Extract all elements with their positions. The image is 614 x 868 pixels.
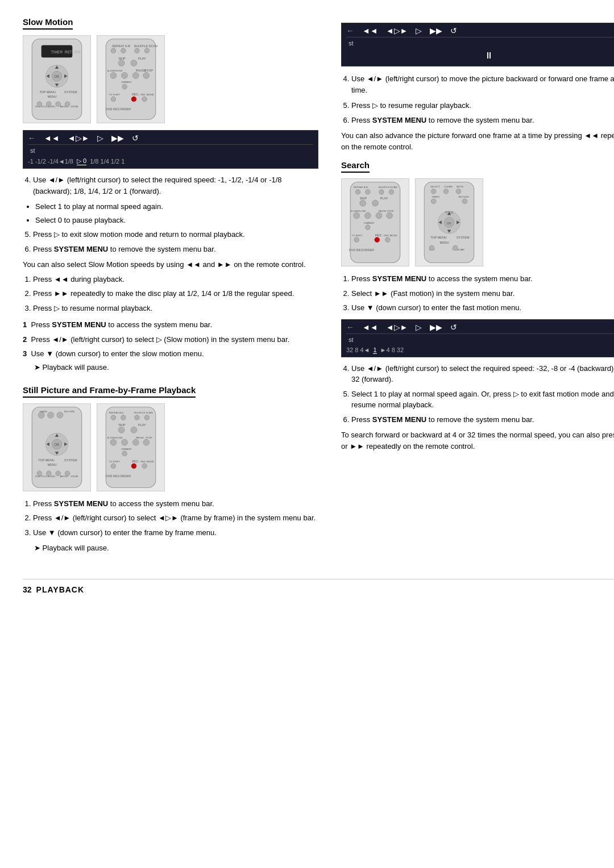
osd-still-st: st [346, 40, 614, 47]
page-body: Slow Motion TIMER RETURN OK [23, 17, 614, 868]
svg-point-131 [443, 189, 449, 194]
svg-point-87 [110, 439, 117, 445]
svg-point-81 [118, 427, 125, 433]
svg-point-36 [110, 72, 117, 78]
osd-still-play: ▷ [416, 26, 422, 35]
svg-point-96 [111, 463, 116, 468]
svg-text:DIMMER: DIMMER [122, 81, 132, 84]
svg-point-150 [429, 245, 434, 251]
svg-point-31 [131, 60, 137, 66]
svg-text:REC MODE: REC MODE [140, 93, 154, 96]
footer-label: Playback [36, 585, 85, 594]
svg-text:TV SHIFT: TV SHIFT [351, 234, 363, 237]
svg-text:PAUSE STOP: PAUSE STOP [378, 210, 394, 212]
svg-text:SLOW/SLOW: SLOW/SLOW [107, 436, 123, 439]
svg-point-27 [135, 48, 140, 53]
svg-point-114 [364, 212, 371, 219]
step-5-slow: Press ▷ to exit slow motion mode and ret… [33, 229, 318, 240]
svg-text:SKIP: SKIP [118, 57, 126, 60]
remote-image-left-2: TIMER RETURN OK TOP MENU SYSTEM [23, 403, 91, 491]
svg-text:REC MODE: REC MODE [384, 234, 397, 237]
svg-text:REC.: REC. [132, 459, 140, 462]
svg-text:SHUFFLE SCAN: SHUFFLE SCAN [134, 44, 157, 48]
right-column: ← ◄◄ ◄▷► ▷ ▶▶ ↺ st ⏸ Use ◄/► (left/right… [341, 17, 614, 567]
svg-point-113 [354, 212, 360, 219]
osd-search-fwd-speeds: ►4 8 32 [380, 347, 404, 353]
svg-point-45 [111, 97, 116, 102]
svg-point-78 [135, 415, 140, 420]
remote-image-right-2: REPEAT A-B SHUFFLE SCAN SKIP PLAY SLOW/S… [97, 403, 165, 491]
step-3-search: Use ▼ (down cursor) to enter the fast mo… [351, 302, 614, 314]
osd-still-slow: ◄▷► [386, 26, 408, 35]
svg-point-25 [111, 48, 116, 53]
step-3-still: Use ▼ (down cursor) to enter the frame b… [33, 527, 318, 539]
bullet-select-1: Select 1 to play at normal speed again. [35, 201, 318, 212]
svg-text:MENU: MENU [48, 95, 57, 98]
step-4-slow: Use ◄/► (left/right cursor) to select th… [33, 174, 318, 197]
svg-text:PLAY: PLAY [380, 197, 388, 200]
step-3-bullet: ➤ Playback will pause. [34, 363, 318, 372]
still-picture-steps-cont: Use ◄/► (left/right cursor) to move the … [341, 73, 614, 152]
svg-text:DVD RECORDER: DVD RECORDER [106, 107, 131, 111]
svg-point-26 [121, 48, 126, 53]
step-6-search: Press SYSTEM MENU to remove the system m… [351, 414, 614, 425]
svg-text:REPEAT A-B: REPEAT A-B [354, 186, 368, 189]
step-6-slow: Press SYSTEM MENU to remove the system m… [33, 244, 318, 255]
left-column: Slow Motion TIMER RETURN OK [23, 17, 318, 567]
svg-text:STOP: STOP [144, 69, 153, 72]
svg-point-70 [46, 471, 51, 476]
svg-text:MENU: MENU [440, 241, 449, 244]
svg-text:SELECT: SELECT [430, 185, 440, 188]
svg-point-52 [57, 412, 63, 418]
osd-top-icons: ← ◄◄ ◄▷► ▷ ▶▶ ↺ [28, 133, 313, 145]
osd-still-frame: ← ◄◄ ◄▷► ▷ ▶▶ ↺ st ⏸ [341, 23, 614, 66]
svg-point-103 [355, 190, 360, 195]
osd-still-top: ← ◄◄ ◄▷► ▷ ▶▶ ↺ [346, 26, 614, 37]
svg-text:REC.: REC. [375, 233, 383, 237]
svg-text:CLEAR: CLEAR [444, 185, 453, 188]
slow-motion-remotes: TIMER RETURN OK TOP MENU SYSTEM [23, 35, 318, 123]
svg-point-38 [132, 72, 139, 78]
extra-step-3: Press ▷ to resume normal playback. [33, 303, 318, 314]
step-2-search: Select ►► (Fast motion) in the system me… [351, 288, 614, 299]
page-number: 32 [23, 585, 32, 594]
svg-point-115 [376, 212, 382, 219]
svg-text:MUTE: MUTE [457, 185, 463, 188]
step-2-slow: 2 Press ◄/► (left/right cursor) to selec… [23, 334, 318, 345]
remote-image-right-3: SELECT CLEAR MUTE TIMER RETURN [415, 178, 483, 266]
svg-point-151 [453, 245, 458, 251]
step-1-search: Press SYSTEM MENU to access the system m… [351, 273, 614, 285]
svg-text:TIMER: TIMER [432, 195, 439, 198]
osd-still-pause-icon: ⏸ [346, 48, 614, 63]
svg-point-28 [144, 48, 150, 53]
svg-point-98 [142, 463, 147, 468]
svg-point-30 [118, 60, 125, 66]
svg-text:SHUFFLE SCAN: SHUFFLE SCAN [134, 411, 152, 414]
svg-text:RETURN: RETURN [458, 195, 468, 198]
osd-icon-rewind: ◄◄ [44, 133, 60, 143]
svg-text:ZOOM: ZOOM [70, 474, 78, 477]
step-5-search: Select 1 to play at normal speed again. … [351, 389, 614, 411]
slow-motion-extra: You can also select Slow Motion speeds b… [23, 259, 318, 270]
search-title: Search [341, 160, 370, 173]
osd-speed-back: -1 -1/2 -1/4◄1/8 [28, 158, 73, 165]
svg-point-108 [360, 200, 366, 206]
svg-text:PLAY: PLAY [138, 57, 146, 60]
svg-point-82 [131, 427, 137, 433]
osd-still-ff: ▶▶ [430, 26, 442, 35]
svg-point-76 [111, 415, 116, 420]
osd-search-play: ▷ [416, 323, 422, 332]
svg-point-105 [379, 190, 384, 195]
osd-search-slow: ◄▷► [386, 323, 408, 332]
osd-arrow-left: ← [28, 133, 36, 143]
still-extra: You can also advance the picture forward… [341, 130, 614, 152]
osd-search-arrow: ← [346, 323, 354, 332]
osd-still-arrow: ← [346, 26, 354, 35]
svg-text:REC.: REC. [132, 93, 140, 96]
svg-point-77 [121, 415, 126, 420]
svg-text:TOP MENU: TOP MENU [38, 458, 55, 461]
slow-motion-instructions: Use ◄/► (left/right cursor) to select th… [23, 174, 318, 314]
svg-point-122 [354, 237, 359, 243]
step-4-still: Use ◄/► (left/right cursor) to move the … [351, 73, 614, 95]
svg-text:DIMMER: DIMMER [364, 222, 374, 224]
